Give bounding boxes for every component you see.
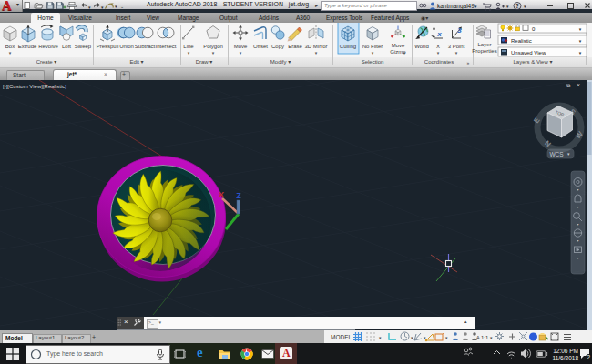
svg-text:▾: ▾: [577, 238, 578, 243]
svg-text:Subtract: Subtract: [135, 44, 156, 49]
svg-text:Revolve: Revolve: [38, 44, 58, 49]
svg-text:▾: ▾: [506, 4, 509, 9]
svg-text:Polygon: Polygon: [203, 44, 223, 49]
svg-text:▾: ▾: [455, 50, 458, 56]
svg-text:Draw ▾: Draw ▾: [196, 59, 213, 65]
svg-text:Loft: Loft: [62, 44, 71, 49]
svg-text:Line: Line: [183, 44, 194, 49]
svg-text:Presspull: Presspull: [97, 44, 119, 49]
svg-text:Erase: Erase: [288, 44, 302, 49]
svg-text:▾: ▾: [411, 335, 413, 340]
svg-text:Properties: Properties: [472, 48, 496, 54]
svg-text:?: ?: [515, 3, 519, 9]
svg-text:1:1: 1:1: [481, 335, 489, 340]
svg-text:X: X: [219, 190, 224, 199]
svg-text:Move: Move: [392, 43, 405, 48]
svg-text:Modify ▾: Modify ▾: [270, 59, 291, 65]
svg-text:Union: Union: [119, 44, 134, 49]
svg-text:▾: ▾: [315, 50, 318, 56]
svg-text:▾: ▾: [445, 335, 448, 340]
svg-text:x: x: [436, 30, 442, 38]
svg-text:MODEL: MODEL: [331, 334, 352, 340]
svg-text:Box: Box: [5, 44, 15, 49]
svg-text:Coordinates: Coordinates: [424, 59, 454, 65]
svg-text:Offset: Offset: [253, 44, 268, 49]
svg-text:Unsaved View: Unsaved View: [511, 50, 546, 56]
svg-text:▾: ▾: [577, 187, 578, 192]
svg-text:▾: ▾: [524, 4, 526, 9]
svg-text:▾: ▾: [437, 50, 440, 56]
svg-text:▾: ▾: [577, 256, 578, 260]
svg-text:▾: ▾: [240, 50, 242, 56]
svg-text:Layer: Layer: [477, 42, 491, 47]
svg-text:WCS: WCS: [549, 151, 564, 157]
svg-text:▾: ▾: [577, 205, 578, 209]
svg-text:Copy: Copy: [271, 44, 284, 49]
svg-text:Sweep: Sweep: [75, 44, 92, 49]
svg-text:3D Mirror: 3D Mirror: [305, 44, 328, 49]
svg-text:12:06 PM: 12:06 PM: [553, 348, 578, 354]
svg-text:Z: Z: [236, 191, 241, 200]
svg-text:▾: ▾: [379, 335, 382, 340]
svg-text:2: 2: [587, 354, 591, 360]
svg-text:»: »: [467, 60, 470, 66]
svg-text:A: A: [476, 335, 480, 340]
svg-text:▾: ▾: [424, 335, 426, 340]
svg-text:Move: Move: [234, 44, 248, 49]
svg-text:▾: ▾: [475, 4, 477, 9]
svg-text:▾: ▾: [9, 50, 12, 56]
svg-text:3: 3: [457, 26, 462, 35]
svg-text:kantmangal49: kantmangal49: [437, 3, 475, 10]
svg-text:Intersect: Intersect: [155, 44, 176, 49]
svg-text:Layers & View ▾: Layers & View ▾: [514, 59, 553, 65]
svg-text:▾: ▾: [372, 50, 374, 56]
svg-text:Create ▾: Create ▾: [36, 59, 57, 65]
svg-text:3 Point: 3 Point: [448, 44, 465, 49]
svg-text:▾: ▾: [188, 50, 190, 56]
svg-text:Selection: Selection: [362, 59, 384, 65]
svg-text:Extrude: Extrude: [18, 44, 37, 49]
svg-text:World: World: [414, 44, 429, 49]
svg-text:Culling: Culling: [340, 44, 356, 49]
svg-text:▾: ▾: [490, 335, 493, 340]
svg-text:No Filter: No Filter: [362, 44, 383, 49]
svg-text:X: X: [436, 44, 440, 49]
svg-text:11/6/2018: 11/6/2018: [553, 355, 579, 361]
svg-text:▾: ▾: [577, 222, 578, 227]
svg-text:Realistic: Realistic: [511, 38, 532, 44]
svg-text:▾: ▾: [212, 50, 215, 56]
svg-text:Edit ▾: Edit ▾: [129, 59, 143, 65]
